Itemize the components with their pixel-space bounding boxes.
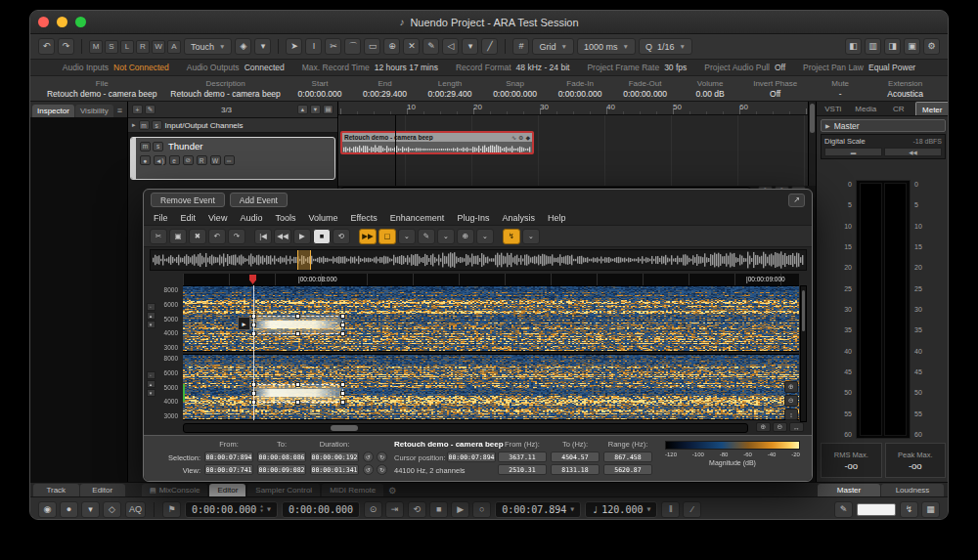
monitor-button[interactable]: ◄)	[154, 155, 166, 165]
window-layout-icon[interactable]: ▣	[904, 38, 920, 55]
to-hz-field-ch1[interactable]: 4504.57	[551, 452, 600, 462]
meter-reset-button[interactable]: ◀◀	[884, 148, 942, 156]
info-column[interactable]: Fade-Out0:00:00.000	[612, 79, 678, 99]
chevron-down-icon[interactable]: ⌄	[437, 229, 455, 244]
right-bottom-tab[interactable]: Loudness	[881, 484, 944, 496]
from-hz-field-ch2[interactable]: 2510.31	[498, 464, 547, 475]
chevron-down-icon[interactable]: ▾	[81, 501, 100, 518]
waveform-overview[interactable]	[150, 249, 807, 271]
automation-button[interactable]: W	[152, 40, 165, 54]
midi-activity-icon[interactable]: ‖	[661, 501, 680, 518]
zoom-tool-button[interactable]: ⊕	[457, 229, 474, 244]
range-hz-field-ch1[interactable]: 867.458	[603, 452, 652, 462]
info-column[interactable]: Snap0:00:00.000	[482, 79, 548, 99]
loop-button[interactable]: ⟲	[333, 229, 350, 244]
redo-button[interactable]: ↷	[228, 229, 245, 244]
menu-item[interactable]: Volume	[308, 213, 337, 223]
menu-item[interactable]: Tools	[275, 213, 295, 223]
performance-icon[interactable]: ↯	[900, 501, 918, 518]
copy-icon[interactable]: ▣	[169, 229, 187, 244]
edit-icon[interactable]: ✎	[145, 105, 156, 114]
spectral-selection-ch2[interactable]	[253, 384, 343, 403]
chevron-down-icon[interactable]: ⌄	[476, 229, 494, 244]
brush-tool-button[interactable]: ✎	[418, 229, 435, 244]
cursor-time-display[interactable]: 0:00:07.894▼	[495, 501, 581, 518]
insert-icon[interactable]: ▾	[254, 38, 271, 55]
record-arm-button[interactable]: ●	[140, 155, 151, 165]
selection-redo-icon[interactable]: ↻	[377, 452, 387, 462]
scrollbar-handle[interactable]	[802, 290, 805, 331]
chevron-down-icon[interactable]: ▼	[646, 505, 650, 513]
zoom-in-button[interactable]: ⊕	[756, 422, 771, 432]
cursor-position-field[interactable]: 00:00:07:894	[447, 452, 496, 462]
redo-button[interactable]: ↷	[58, 38, 74, 55]
toolbar-separator[interactable]	[352, 229, 357, 244]
undo-button[interactable]: ↶	[208, 229, 226, 244]
freeze-button[interactable]: ⊘	[183, 155, 194, 165]
minimize-window-button[interactable]	[57, 17, 67, 27]
menu-item[interactable]: Plug-Ins	[457, 213, 489, 223]
menu-item[interactable]: Edit	[181, 213, 197, 223]
grid-icon[interactable]: ▦	[921, 501, 940, 518]
color-tool-icon[interactable]: ▾	[462, 38, 478, 55]
pop-out-icon[interactable]: ↗	[788, 194, 805, 207]
selection-handle[interactable]	[340, 382, 345, 387]
menu-item[interactable]: Help	[548, 213, 566, 223]
track-name[interactable]: Thunder	[168, 141, 202, 151]
io-channels-folder-row[interactable]: ▸ ms Input/Output Channels	[128, 118, 337, 133]
lower-zone-tab[interactable]: ▤MixConsole	[142, 484, 207, 496]
info-column[interactable]: Start0:00:00.000	[288, 79, 353, 99]
processing-gear-icon[interactable]: ⚙	[518, 134, 523, 141]
mute-tool-icon[interactable]: ✕	[403, 38, 420, 55]
folder-ms-button[interactable]: m	[139, 120, 150, 130]
snap-icon[interactable]: #	[512, 38, 529, 55]
info-column[interactable]: Fade-In0:00:00.000	[548, 79, 613, 99]
add-event-button[interactable]: Add Event	[230, 193, 288, 207]
chevron-down-icon[interactable]: ▼	[570, 505, 574, 513]
scroll-up-icon[interactable]: ▴	[297, 105, 308, 114]
left-zone-toggle-icon[interactable]: ◧	[845, 38, 862, 55]
rms-max-cell[interactable]: RMS Max.-oo	[821, 443, 882, 478]
fade-icon[interactable]: ∿	[511, 134, 516, 141]
channel-link-button[interactable]: ◦	[147, 303, 156, 311]
zoom-in-vertical-button[interactable]: ⊕	[784, 381, 798, 393]
add-track-button[interactable]: +	[132, 105, 143, 114]
play-button[interactable]: ▶	[451, 501, 469, 518]
selection-handle[interactable]	[295, 331, 300, 336]
menu-item[interactable]: View	[208, 213, 227, 223]
overview-selection-marker[interactable]	[297, 250, 311, 270]
view-duration-field[interactable]: 00:00:01:341	[310, 464, 359, 475]
write-automation-button[interactable]: W	[210, 155, 221, 165]
automation-button[interactable]: S	[105, 40, 118, 54]
right-zone-tab[interactable]: VSTi	[817, 102, 850, 115]
selection-handle[interactable]	[340, 391, 345, 396]
info-column[interactable]: FileRetouch demo - camera beep	[40, 79, 163, 99]
lower-zone-toggle-icon[interactable]: ▥	[865, 38, 881, 55]
right-zone-tab[interactable]: Meter	[915, 102, 950, 115]
timeline-vertical-scrollbar[interactable]	[808, 102, 816, 186]
left-bottom-tab[interactable]: Editor	[80, 484, 126, 496]
audio-event-header[interactable]: Retouch demo - camera beep ∿⚙◆	[342, 133, 532, 142]
record-mode-icon[interactable]: ●	[60, 501, 78, 518]
chevron-down-icon[interactable]: ⌄	[398, 229, 416, 244]
menu-item[interactable]: Analysis	[502, 213, 535, 223]
undo-button[interactable]: ↶	[38, 38, 55, 55]
play-selection-button[interactable]: ▶▶	[359, 229, 377, 244]
selection-handle[interactable]	[295, 400, 300, 405]
selection-tool-button[interactable]: ▢	[378, 229, 396, 244]
record-button[interactable]: ○	[472, 501, 491, 518]
master-channel-button[interactable]: ▶ Master	[821, 119, 946, 132]
stop-button[interactable]: ■	[429, 501, 448, 518]
workspace-icon[interactable]: ◈	[235, 38, 251, 55]
play-tool-icon[interactable]: ◁	[442, 38, 459, 55]
editor-horizontal-scrollbar[interactable]	[183, 423, 748, 433]
auto-quantize-icon[interactable]: ◇	[103, 501, 121, 518]
range-selection-tool-icon[interactable]: I	[305, 38, 322, 55]
track-lanes[interactable]: Retouch demo - camera beep ∿⚙◆	[338, 115, 808, 186]
menu-item[interactable]: File	[154, 213, 168, 223]
inspector-tab[interactable]: Inspector	[32, 105, 74, 117]
spectral-selection-ch1[interactable]	[253, 316, 343, 334]
glue-tool-icon[interactable]: ⌒	[344, 38, 361, 55]
menu-item[interactable]: Effects	[350, 213, 377, 223]
view-from-field[interactable]: 00:00:07:741	[204, 464, 253, 475]
